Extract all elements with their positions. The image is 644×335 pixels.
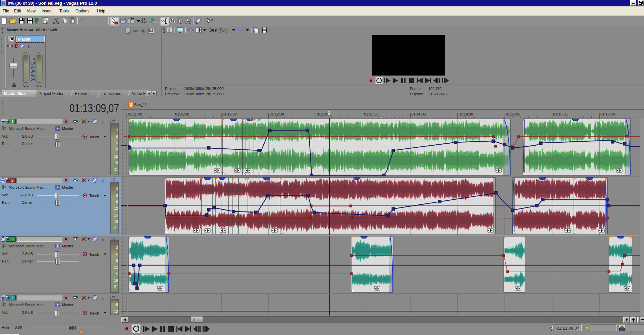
- svg-text:11: 11: [129, 103, 133, 106]
- svg-text:01:14:00: 01:14:00: [411, 112, 426, 116]
- svg-text:?: ?: [211, 18, 213, 23]
- svg-text:01:16:00: 01:16:00: [600, 112, 615, 116]
- svg-text:01:11:30: 01:11:30: [175, 112, 189, 116]
- svg-text:01:14:30: 01:14:30: [459, 112, 473, 116]
- svg-text:?: ?: [29, 21, 31, 24]
- svg-text:Touch: Touch: [89, 194, 99, 198]
- svg-text:01:15:00: 01:15:00: [506, 112, 520, 116]
- svg-text:Best (Full): Best (Full): [209, 28, 228, 33]
- svg-text:Touch: Touch: [89, 135, 99, 139]
- svg-text:01:15:30: 01:15:30: [553, 112, 568, 116]
- svg-text:Touch: Touch: [89, 311, 99, 315]
- svg-text:01:12:30: 01:12:30: [270, 112, 284, 116]
- svg-text:Touch: Touch: [89, 252, 99, 256]
- svg-text:01:11:00: 01:11:00: [128, 112, 142, 116]
- svg-text:01:12:00: 01:12:00: [222, 112, 237, 116]
- svg-text:01:13:30: 01:13:30: [364, 112, 379, 116]
